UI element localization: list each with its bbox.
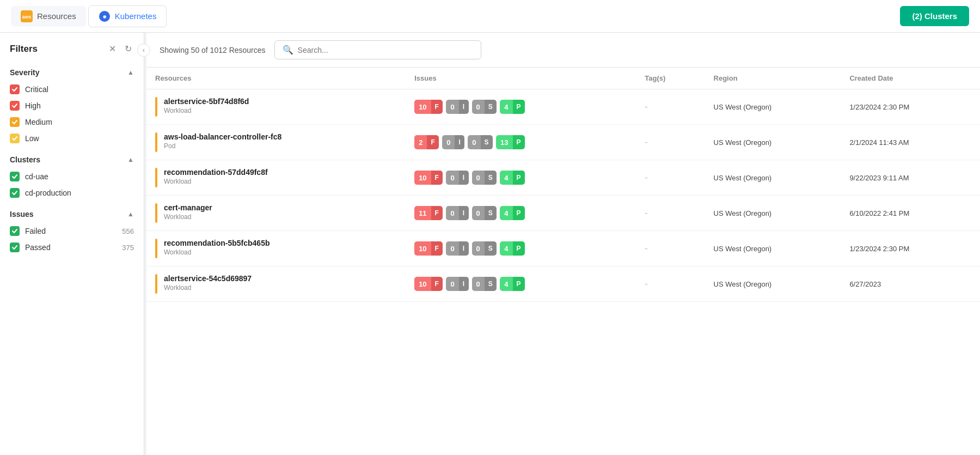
resource-cell: recommendation-57dd49fc8f Workload [146, 160, 406, 196]
tags-cell: - [636, 125, 705, 160]
issue-label: S [481, 135, 493, 149]
cd-production-label: cd-production [25, 189, 71, 197]
issue-badge: 0I [446, 206, 468, 220]
resource-cell: cert-manager Workload [146, 196, 406, 231]
low-checkbox[interactable] [10, 134, 20, 143]
sidebar-title: Filters [10, 44, 38, 54]
tags-cell: - [636, 266, 705, 302]
date-cell: 9/22/2023 9:11 AM [841, 160, 980, 196]
issue-badge: 10F [414, 241, 443, 256]
issue-badge: 4P [500, 277, 525, 291]
failed-checkbox[interactable] [10, 226, 20, 236]
issue-badge: 0I [442, 135, 464, 149]
issue-count: 4 [500, 100, 512, 114]
svg-text:⎈: ⎈ [103, 14, 107, 20]
resources-table: Resources Issues Tag(s) Region Created D… [146, 68, 980, 302]
issue-count: 4 [500, 171, 512, 185]
sidebar-collapse-button[interactable]: ‹ [137, 44, 150, 57]
issue-label: F [431, 277, 443, 291]
cd-production-checkbox[interactable] [10, 188, 20, 198]
resource-type: Workload [164, 213, 212, 221]
issues-cell: 11F0I0S4P [406, 196, 636, 231]
filter-cd-production[interactable]: cd-production [10, 185, 134, 201]
clear-filters-button[interactable]: ✕ [107, 43, 118, 55]
issue-badge: 0S [472, 241, 497, 256]
issue-count: 0 [446, 206, 458, 220]
issue-badge: 0S [472, 277, 497, 291]
table-row[interactable]: alertservice-5bf74d8f6d Workload 10F0I0S… [146, 89, 980, 125]
issue-count: 10 [414, 171, 431, 185]
clusters-section-header[interactable]: Clusters ▲ [10, 150, 134, 168]
resource-cell: alertservice-54c5d69897 Workload [146, 266, 406, 302]
sidebar-actions: ✕ ↻ [107, 43, 134, 55]
table-row[interactable]: cert-manager Workload 11F0I0S4P-US West … [146, 196, 980, 231]
issue-label: S [485, 100, 497, 114]
issue-label: F [431, 206, 443, 220]
tab-kubernetes[interactable]: ⎈ Kubernetes [88, 5, 167, 27]
tab-resources[interactable]: aws Resources [11, 6, 86, 27]
medium-label: Medium [25, 118, 52, 126]
clusters-button[interactable]: (2) Clusters [900, 6, 969, 26]
issue-badge: 10F [414, 100, 443, 114]
issue-label: I [459, 206, 469, 220]
issue-label: P [513, 277, 525, 291]
issue-badge: 0S [472, 171, 497, 185]
issue-label: P [513, 241, 525, 256]
cd-uae-checkbox[interactable] [10, 172, 20, 181]
issues-cell: 10F0I0S4P [406, 266, 636, 302]
medium-checkbox[interactable] [10, 117, 20, 127]
refresh-filters-button[interactable]: ↻ [122, 43, 134, 55]
issues-section-header[interactable]: Issues ▲ [10, 204, 134, 223]
issue-label: I [459, 277, 469, 291]
issue-count: 13 [496, 135, 512, 149]
table-row[interactable]: recommendation-5b5fcb465b Workload 10F0I… [146, 231, 980, 266]
table-row[interactable]: aws-load-balancer-controller-fc8 Pod 2F0… [146, 125, 980, 160]
table-row[interactable]: alertservice-54c5d69897 Workload 10F0I0S… [146, 266, 980, 302]
search-box[interactable]: 🔍 [274, 40, 481, 59]
severity-section-header[interactable]: Severity ▲ [10, 63, 134, 81]
resource-name: alertservice-54c5d69897 [164, 274, 252, 283]
filter-high[interactable]: High [10, 98, 134, 114]
issue-label: P [513, 100, 525, 114]
issue-count: 11 [414, 206, 431, 220]
issues-cell: 10F0I0S4P [406, 89, 636, 125]
critical-checkbox[interactable] [10, 84, 20, 94]
filter-failed[interactable]: Failed 556 [10, 223, 134, 239]
resource-type: Workload [164, 248, 270, 256]
date-cell: 1/23/2024 2:30 PM [841, 89, 980, 125]
severity-section: Severity ▲ Critical High Medium [0, 63, 144, 147]
resource-type: Workload [164, 178, 268, 185]
clusters-section: Clusters ▲ cd-uae cd-production [0, 150, 144, 201]
issue-count: 0 [446, 241, 458, 256]
filter-low[interactable]: Low [10, 130, 134, 147]
filter-passed[interactable]: Passed 375 [10, 239, 134, 256]
issues-cell: 2F0I0S13P [406, 125, 636, 160]
critical-label: Critical [25, 85, 48, 94]
issue-label: S [485, 171, 497, 185]
issue-count: 0 [446, 171, 458, 185]
resource-type: Workload [164, 107, 249, 114]
filter-critical[interactable]: Critical [10, 81, 134, 98]
tags-cell: - [636, 89, 705, 125]
passed-checkbox[interactable] [10, 242, 20, 252]
tags-cell: - [636, 160, 705, 196]
table-header: Resources Issues Tag(s) Region Created D… [146, 68, 980, 89]
search-input[interactable] [298, 46, 473, 54]
issue-count: 0 [468, 135, 480, 149]
resource-name: recommendation-5b5fcb465b [164, 239, 270, 247]
aws-icon: aws [21, 10, 33, 22]
issue-badge: 0S [472, 206, 497, 220]
col-tags: Tag(s) [636, 68, 705, 89]
filter-medium[interactable]: Medium [10, 114, 134, 130]
resource-name: recommendation-57dd49fc8f [164, 168, 268, 177]
date-cell: 6/27/2023 [841, 266, 980, 302]
high-label: High [25, 101, 41, 110]
issue-label: S [485, 206, 497, 220]
table-row[interactable]: recommendation-57dd49fc8f Workload 10F0I… [146, 160, 980, 196]
filter-cd-uae[interactable]: cd-uae [10, 168, 134, 185]
issue-label: P [513, 171, 525, 185]
region-cell: US West (Oregon) [705, 125, 841, 160]
issue-badge: 0I [446, 277, 468, 291]
high-checkbox[interactable] [10, 101, 20, 111]
issue-badge: 4P [500, 171, 525, 185]
